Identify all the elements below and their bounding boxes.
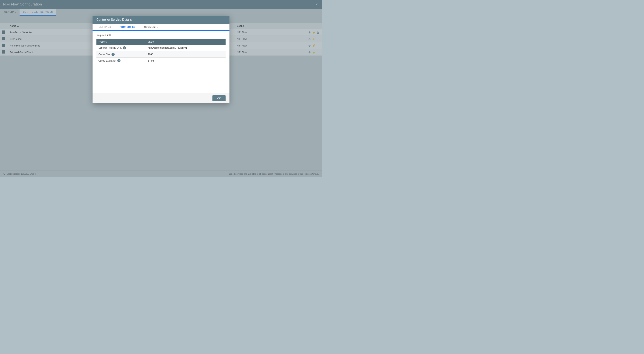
help-icon[interactable]: ? — [118, 59, 120, 62]
prop-name-with-help: Cache Size ? — [98, 53, 144, 56]
ok-button[interactable]: OK — [212, 95, 226, 101]
prop-name-label: Schema Registry URL — [98, 46, 122, 49]
modal-header: Controller Service Details — [92, 16, 230, 24]
prop-value-cell[interactable]: http://demo.cloudera.com:7788/api/v1 — [146, 45, 214, 51]
prop-name-with-help: Cache Expiration ? — [98, 59, 144, 62]
prop-name-label: Cache Expiration — [98, 59, 116, 62]
prop-action-cell — [214, 45, 226, 51]
prop-name-with-help: Schema Registry URL ? — [98, 46, 144, 49]
main-window: NiFi Flow Configuration × GENERAL CONTRO… — [0, 0, 322, 177]
modal-tab-settings[interactable]: SETTINGS — [94, 24, 116, 31]
modal-body: Required field Property Value — [92, 31, 230, 93]
prop-row: Schema Registry URL ? http://demo.cloude… — [96, 45, 226, 51]
modal-tabs: SETTINGS PROPERTIES COMMENTS — [92, 24, 230, 31]
props-header-row: Property Value — [96, 39, 226, 45]
prop-name-cell: Cache Expiration ? — [96, 58, 146, 64]
prop-name-label: Cache Size — [98, 53, 110, 56]
required-field-label: Required field — [96, 34, 226, 36]
modal-tab-properties[interactable]: PROPERTIES — [116, 24, 140, 31]
modal-title: Controller Service Details — [96, 18, 132, 21]
prop-name-cell: Cache Size ? — [96, 51, 146, 58]
prop-row: Cache Expiration ? 1 hour — [96, 58, 226, 64]
prop-action-cell — [214, 51, 226, 58]
prop-value-cell[interactable]: 1 hour — [146, 58, 214, 64]
modal-dialog: Controller Service Details SETTINGS PROP… — [92, 16, 230, 103]
modal-backdrop: Controller Service Details SETTINGS PROP… — [0, 0, 322, 177]
help-icon[interactable]: ? — [123, 46, 126, 49]
prop-row: Cache Size ? 1000 — [96, 51, 226, 58]
prop-name-cell: Schema Registry URL ? — [96, 45, 146, 51]
col-value-header: Value — [146, 39, 214, 45]
help-icon[interactable]: ? — [112, 53, 115, 56]
modal-footer: OK — [92, 93, 230, 103]
properties-table: Property Value Schema Registry URL ? — [96, 39, 226, 64]
prop-value-cell[interactable]: 1000 — [146, 51, 214, 58]
modal-tab-comments[interactable]: COMMENTS — [140, 24, 162, 31]
col-extra-header — [214, 39, 226, 45]
col-property-header: Property — [96, 39, 146, 45]
prop-action-cell — [214, 58, 226, 64]
